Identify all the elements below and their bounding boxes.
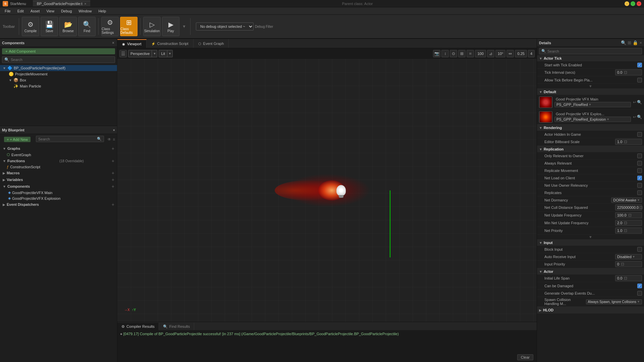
snap-icon[interactable]: ⌗ (467, 50, 474, 57)
vfx-explosion-back-icon[interactable]: ↩ (633, 115, 636, 119)
main-tab[interactable]: BP_GoodParticleProjectile:t × (33, 1, 91, 6)
actor-header[interactable]: ▼ Actor (537, 268, 644, 275)
tree-item-box[interactable]: ▼ 📦 Box (0, 77, 117, 83)
scale-icon[interactable]: ⇔ (506, 50, 514, 57)
menu-edit[interactable]: Edit (14, 8, 27, 14)
actor-hidden-checkbox[interactable] (637, 132, 642, 137)
perspective-button[interactable]: Perspective (128, 50, 152, 57)
replicate-movement-checkbox[interactable] (637, 168, 642, 173)
replication-header[interactable]: ▼ Replication (537, 146, 644, 152)
graphs-add-icon[interactable]: + (112, 146, 114, 151)
tick-interval-input[interactable]: 0.0 ⊡ (615, 69, 642, 75)
hlod-header[interactable]: ▶ HLOD (537, 307, 644, 313)
menu-help[interactable]: Help (95, 8, 109, 14)
menu-file[interactable]: File (1, 8, 14, 14)
generate-overlap-checkbox[interactable] (637, 291, 642, 296)
simulation-button[interactable]: ▷ Simulation (143, 17, 161, 36)
find-button[interactable]: 🔍 Find (78, 17, 96, 36)
initial-life-span-input[interactable]: 0.0 ⊡ (615, 275, 642, 281)
initial-life-span-spin[interactable]: ⊡ (623, 276, 628, 281)
tree-item-projectile-movement[interactable]: 🟡 ProjectileMovement (0, 71, 117, 77)
clear-button[interactable]: Clear (517, 354, 533, 360)
vfx-main-search-icon[interactable]: 🔍 (637, 100, 642, 105)
start-tick-checkbox[interactable] (637, 63, 642, 67)
vfx-explosion-dropdown[interactable]: PS_GPP_FlowRed_Explosion ▼ (554, 117, 631, 122)
rendering-header[interactable]: ▼ Rendering (537, 125, 644, 131)
vfx-main-dropdown[interactable]: PS_GPP_FlowRed ▼ (554, 102, 631, 107)
vfx-explosion-search-icon[interactable]: 🔍 (637, 115, 642, 119)
net-priority-spin[interactable]: ⊡ (623, 228, 628, 233)
play-dropdown-arrow[interactable]: ▼ (182, 24, 186, 29)
menu-asset[interactable]: Asset (27, 8, 43, 14)
component-search-input[interactable] (11, 58, 113, 62)
input-header[interactable]: ▼ Input (537, 240, 644, 246)
bp-search-input[interactable] (38, 137, 96, 141)
surface-icon[interactable]: ⊙ (450, 50, 457, 57)
input-priority-input[interactable]: 0 ⊡ (615, 261, 642, 267)
replicates-checkbox[interactable] (637, 190, 642, 195)
save-button[interactable]: 💾 Save (41, 17, 58, 36)
bp-eye-icon[interactable]: 👁 (107, 137, 111, 142)
net-dormancy-dropdown[interactable]: DORM Awake ▼ (611, 197, 642, 203)
bp-section-graphs[interactable]: ▼ Graphs + (0, 145, 117, 152)
tick-interval-spin[interactable]: ⊡ (623, 70, 628, 75)
bp-section-functions[interactable]: ▼ Functions (18 Overridable) + (0, 158, 117, 164)
tick-expand-arrow[interactable]: ▼ (537, 84, 644, 88)
log-tab-compiler[interactable]: ⚙ Compiler Results (117, 323, 159, 330)
details-close-icon[interactable]: × (639, 40, 642, 45)
menu-debug[interactable]: Debug (58, 8, 75, 14)
angle-icon[interactable]: ⊿ (487, 50, 494, 57)
viewport-nav-button[interactable]: ☰ (119, 50, 127, 57)
tab-construction-script[interactable]: ⚡ Construction Script (147, 39, 194, 48)
min-net-update-input[interactable]: 2.0 ⊡ (615, 220, 642, 226)
add-component-button[interactable]: + Add Component (2, 48, 115, 54)
can-be-damaged-checkbox[interactable] (637, 284, 642, 288)
bp-section-variables[interactable]: ▶ Variables + (0, 176, 117, 183)
net-use-owner-checkbox[interactable] (637, 183, 642, 188)
browse-button[interactable]: 📂 Browse (59, 17, 77, 36)
net-update-freq-input[interactable]: 100.0 ⊡ (615, 212, 642, 218)
net-update-freq-spin[interactable]: ⊡ (627, 213, 633, 218)
billboard-scale-spin[interactable]: ⊡ (623, 139, 628, 144)
input-priority-spin[interactable]: ⊡ (620, 262, 625, 266)
macros-add-icon[interactable]: + (112, 171, 114, 175)
bp-add-new-button[interactable]: + + Add New (4, 137, 31, 142)
components-bp-add-icon[interactable]: + (112, 184, 114, 189)
net-cull-spin[interactable]: ⊡ (639, 205, 643, 210)
viewport-area[interactable]: ☰ Perspective ▼ Lit ▼ 📷 (117, 48, 537, 322)
maximize-button[interactable]: □ (631, 1, 635, 6)
tab-viewport[interactable]: ◉ Viewport (117, 39, 147, 48)
bp-item-construction-script[interactable]: ƒ ConstructionScript (0, 164, 117, 170)
tab-event-graph[interactable]: ⬡ Event Graph (194, 39, 229, 48)
vfx-main-back-icon[interactable]: ↩ (633, 100, 636, 105)
bp-section-components[interactable]: ▼ Components + (0, 183, 117, 190)
details-search-input[interactable] (547, 49, 640, 53)
net-load-client-checkbox[interactable] (637, 176, 642, 180)
camera-icon[interactable]: 📷 (433, 50, 440, 57)
perspective-arrow[interactable]: ▼ (152, 50, 157, 57)
bp-section-dispatchers[interactable]: ▶ Event Dispatchers + (0, 201, 117, 208)
details-grid-icon[interactable]: ⊞ (628, 40, 631, 45)
block-input-checkbox[interactable] (637, 247, 642, 252)
grid-icon[interactable]: ⊞ (458, 50, 466, 57)
bp-filter-icon[interactable]: ≡ (113, 137, 115, 142)
components-close-icon[interactable]: × (111, 41, 115, 45)
bp-comp-item-vfx-main[interactable]: ◈ GoodProjectileVFX Main (0, 190, 117, 195)
debug-object-dropdown[interactable]: No debug object selected ~ (196, 22, 254, 31)
tree-item-self[interactable]: ▼ 🔷 BP_GoodParticleProjectile(self) (0, 65, 117, 71)
details-lock-icon[interactable]: 🔒 (633, 40, 638, 45)
always-relevant-checkbox[interactable] (637, 161, 642, 166)
bp-comp-item-vfx-explosion[interactable]: ◈ GoodProjectileVFX Explosion (0, 195, 117, 201)
dispatchers-add-icon[interactable]: + (112, 202, 114, 207)
net-cull-input[interactable]: 225000000.0 ⊡ (615, 204, 642, 210)
variables-add-icon[interactable]: + (112, 177, 114, 182)
class-defaults-button[interactable]: ⊞ Class Defaults (120, 17, 138, 36)
net-priority-input[interactable]: 1.0 ⊡ (615, 228, 642, 234)
close-button[interactable]: × (637, 1, 641, 6)
lit-button[interactable]: Lit (159, 50, 167, 57)
menu-view[interactable]: View (43, 8, 58, 14)
transform-icon[interactable]: ↕ (441, 50, 449, 57)
menu-window[interactable]: Window (75, 8, 95, 14)
allow-tick-checkbox[interactable] (637, 78, 642, 82)
log-tab-find[interactable]: 🔍 Find Results (159, 323, 194, 330)
